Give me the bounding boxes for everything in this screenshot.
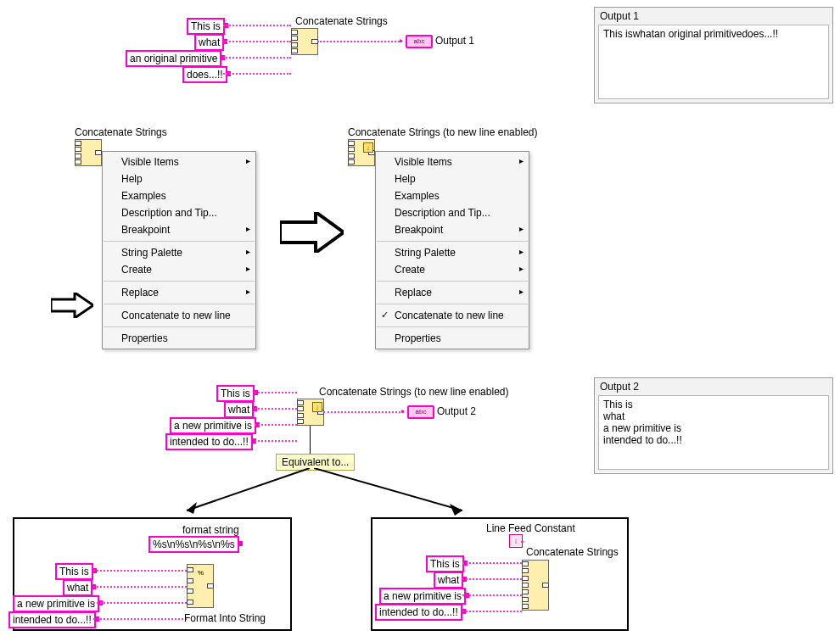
menu-item[interactable]: Description and Tip... [376, 204, 529, 221]
node-label: Concatenate Strings [295, 15, 388, 27]
svg-line-2 [187, 468, 310, 510]
menu-item[interactable]: Replace [103, 284, 255, 301]
menu-item[interactable]: Properties [103, 330, 255, 347]
string-constant[interactable]: This is [55, 563, 93, 580]
wire [93, 570, 187, 572]
menu-item[interactable]: Description and Tip... [103, 204, 255, 221]
concatenate-strings-newline-node[interactable]: ↓ [348, 139, 375, 166]
string-constant[interactable]: intended to do...!! [165, 433, 253, 450]
wire [462, 594, 522, 596]
wire [521, 541, 522, 543]
wire [462, 578, 522, 580]
concatenate-strings-node[interactable] [291, 28, 318, 55]
svg-marker-0 [51, 293, 93, 318]
output-1-display: Output 1 This iswhatan original primitiv… [594, 7, 833, 103]
menu-separator [377, 326, 528, 327]
wire [462, 611, 522, 612]
menu-item[interactable]: Visible Items [103, 153, 255, 170]
link-line [310, 426, 311, 454]
wire [317, 41, 402, 42]
arrow-icon [178, 468, 314, 519]
concatenate-strings-newline-node[interactable]: ↓ [297, 399, 324, 426]
string-constant[interactable]: This is [216, 385, 255, 402]
menu-item[interactable]: Create [103, 261, 255, 278]
newline-glyph-icon: ↓ [363, 142, 373, 153]
menu-item[interactable]: Breakpoint [103, 221, 255, 238]
wire [229, 543, 230, 544]
context-menu[interactable]: Visible ItemsHelpExamplesDescription and… [102, 151, 256, 349]
menu-item[interactable]: String Palette [376, 244, 529, 261]
menu-separator [377, 304, 528, 304]
string-constant[interactable]: does...!! [182, 66, 227, 83]
string-constant[interactable]: %s\n%s\n%s\n%s [148, 536, 239, 553]
menu-item[interactable]: Examples [103, 187, 255, 204]
string-constant[interactable]: what [434, 572, 463, 589]
node-label: Concatenate Strings [75, 126, 167, 138]
string-constant[interactable]: what [224, 401, 254, 418]
string-constant[interactable]: an original primitive [126, 50, 221, 67]
wire [223, 73, 291, 75]
indicator-label: Output 1 [435, 35, 474, 47]
wire [93, 586, 187, 588]
menu-item[interactable]: Create [376, 261, 529, 278]
wire [255, 424, 297, 426]
output-title: Output 1 [595, 8, 832, 25]
string-constant[interactable]: what [194, 34, 224, 51]
menu-item[interactable]: Replace [376, 284, 529, 301]
string-constant[interactable]: what [63, 579, 92, 596]
concatenate-strings-node[interactable] [75, 139, 102, 166]
wire [93, 602, 187, 604]
string-constant[interactable]: intended to do...!! [8, 611, 96, 628]
output-body: This iswhatan original primitivedoes...!… [598, 25, 829, 99]
menu-item[interactable]: Help [376, 170, 529, 187]
node-label: Concatenate Strings (to new line enabled… [319, 386, 508, 398]
svg-marker-1 [280, 212, 344, 253]
output-body: This is what a new primitive is intended… [598, 395, 829, 470]
wire [223, 41, 291, 42]
format-string-label: format string [182, 524, 239, 536]
menu-item[interactable]: Properties [376, 330, 529, 347]
node-label: Concatenate Strings [526, 546, 619, 558]
wire [462, 562, 522, 564]
string-indicator[interactable]: abc [407, 405, 434, 419]
menu-item[interactable]: Concatenate to new line [103, 307, 255, 324]
menu-separator [377, 241, 528, 242]
wire [255, 408, 297, 410]
string-indicator[interactable]: abc [406, 35, 433, 48]
lf-label: Line Feed Constant [486, 522, 575, 534]
menu-item[interactable]: Help [103, 170, 255, 187]
menu-separator [104, 281, 255, 282]
menu-item[interactable]: String Palette [103, 244, 255, 261]
string-constant[interactable]: a new primitive is [379, 588, 466, 605]
string-constant[interactable]: This is [187, 18, 225, 35]
context-menu[interactable]: Visible ItemsHelpExamplesDescription and… [375, 151, 529, 349]
menu-item[interactable]: Concatenate to new line [376, 307, 529, 324]
wire [255, 392, 297, 393]
output-title: Output 2 [595, 378, 832, 395]
arrow-icon [314, 468, 475, 519]
format-into-string-node[interactable]: % [187, 564, 214, 608]
svg-line-4 [314, 468, 462, 510]
node-label: Concatenate Strings (to new line enabled… [348, 126, 537, 138]
wire [323, 411, 404, 413]
string-constant[interactable]: a new primitive is [170, 417, 256, 434]
string-constant[interactable]: This is [426, 555, 464, 572]
menu-item[interactable]: Examples [376, 187, 529, 204]
node-label: Format Into String [184, 612, 266, 624]
menu-item[interactable]: Breakpoint [376, 221, 529, 238]
comment-text: Equivalent to... [282, 456, 349, 468]
menu-item[interactable]: Visible Items [376, 153, 529, 170]
indicator-label: Output 2 [437, 405, 476, 417]
string-constant[interactable]: intended to do...!! [375, 604, 462, 621]
newline-glyph-icon: ↓ [312, 402, 322, 412]
output-2-display: Output 2 This is what a new primitive is… [594, 377, 833, 474]
string-constant[interactable]: a new primitive is [13, 595, 99, 612]
wire [223, 57, 291, 59]
menu-separator [377, 281, 528, 282]
concatenate-strings-node[interactable] [522, 560, 549, 611]
wire [223, 25, 291, 26]
wire [255, 440, 297, 442]
wire [93, 618, 187, 620]
menu-separator [104, 304, 255, 304]
svg-marker-5 [450, 504, 462, 516]
